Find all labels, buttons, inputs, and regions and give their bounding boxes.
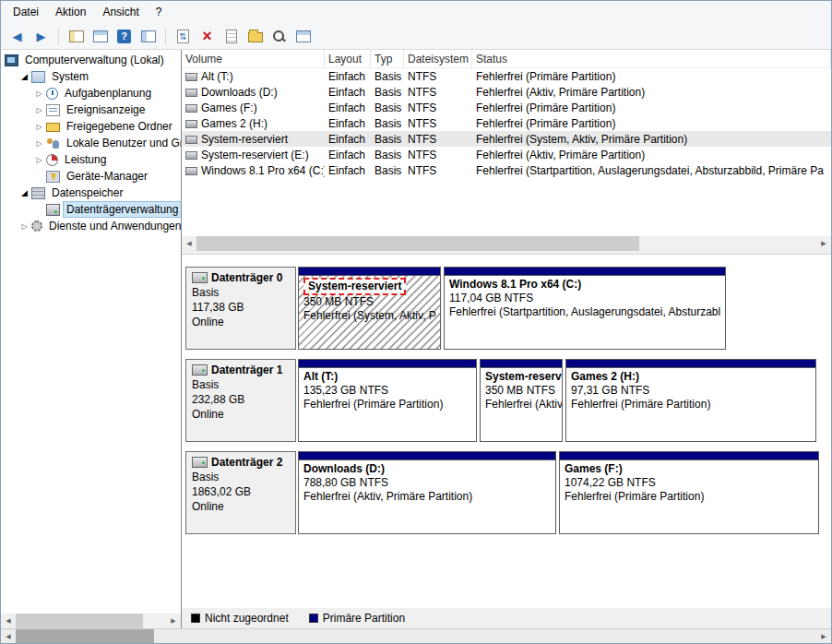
expander-collapsed-icon[interactable]: ▷ xyxy=(18,222,30,231)
sidebar-item-5[interactable]: ▷Lokale Benutzer und Gr xyxy=(1,135,181,151)
cell-typ: Basis xyxy=(371,164,404,177)
sidebar-item-label: Lokale Benutzer und Gr xyxy=(64,136,181,150)
settings-icon xyxy=(296,30,311,42)
volume-scroll-right-button[interactable] xyxy=(816,236,831,251)
rescan-button[interactable] xyxy=(172,26,195,47)
volume-list-panel: VolumeLayoutTypDateisystemStatus Alt (T:… xyxy=(182,50,831,236)
cell-layout: Einfach xyxy=(325,101,371,114)
volume-row-5[interactable]: System-reserviert (E:)EinfachBasisNTFSFe… xyxy=(182,147,831,162)
bottom-scroll-right-button[interactable] xyxy=(816,629,831,644)
sidebar-horizontal-scrollbar[interactable] xyxy=(1,614,181,628)
main-pane: VolumeLayoutTypDateisystemStatus Alt (T:… xyxy=(182,50,831,628)
sidebar-item-label: Freigegebene Ordner xyxy=(64,119,175,134)
partition-name: Games 2 (H:) xyxy=(571,370,811,384)
console-window-button[interactable] xyxy=(137,26,160,47)
disk-type: Basis xyxy=(192,285,290,300)
cell-dateisystem: NTFS xyxy=(404,133,472,146)
volume-row-4[interactable]: System-reserviertEinfachBasisNTFSFehlerf… xyxy=(182,131,831,147)
partition[interactable]: Windows 8.1 Pro x64 (C:)117,04 GB NTFSFe… xyxy=(444,267,726,350)
sidebar-scrollbar-track[interactable] xyxy=(143,614,166,628)
partition[interactable]: Downloads (D:)788,80 GB NTFSFehlerfrei (… xyxy=(298,451,556,534)
bottom-scrollbar-thumb[interactable] xyxy=(16,629,154,643)
bottom-scrollbar-track[interactable] xyxy=(154,629,816,643)
computer-management-window: DateiAktionAnsicht? Computerverwaltung (… xyxy=(0,0,832,644)
partition[interactable]: Games (F:)1074,22 GB NTFSFehlerfrei (Pri… xyxy=(559,451,819,534)
sidebar-item-0[interactable]: Computerverwaltung (Lokal) xyxy=(1,52,181,68)
column-header-0[interactable]: Volume xyxy=(182,50,325,67)
volume-row-3[interactable]: Games 2 (H:)EinfachBasisNTFSFehlerfrei (… xyxy=(182,115,831,131)
expander-collapsed-icon[interactable]: ▷ xyxy=(33,106,45,114)
sidebar-scroll-right-button[interactable] xyxy=(166,614,181,628)
partition[interactable]: System-reserviert350 MB NTFSFehlerfrei (… xyxy=(298,267,441,350)
partition-body: System-reserv350 MB NTFSFehlerfrei (Akti… xyxy=(481,367,562,441)
volume-row-1[interactable]: Downloads (D:)EinfachBasisNTFSFehlerfrei… xyxy=(182,84,831,100)
back-button[interactable] xyxy=(6,26,29,47)
sidebar-scroll-left-button[interactable] xyxy=(1,614,16,628)
properties-button[interactable] xyxy=(220,26,243,47)
column-header-4[interactable]: Status xyxy=(472,50,831,67)
sidebar-item-9[interactable]: Datenträgerverwaltung xyxy=(1,201,181,218)
sidebar-item-8[interactable]: ◢Datenspeicher xyxy=(1,185,181,201)
cell-volume: Games (F:) xyxy=(182,101,325,114)
delete-button[interactable] xyxy=(196,26,219,47)
disk-label[interactable]: Datenträger 2Basis1863,02 GBOnline xyxy=(185,451,296,534)
column-header-2[interactable]: Typ xyxy=(371,50,404,67)
cell-layout: Einfach xyxy=(325,117,371,130)
expander-collapsed-icon[interactable]: ▷ xyxy=(33,139,45,148)
bottom-scrollbar[interactable] xyxy=(1,628,831,643)
volume-name: Windows 8.1 Pro x64 (C:) xyxy=(201,164,325,177)
sidebar-item-10[interactable]: ▷Dienste und Anwendungen xyxy=(1,218,181,234)
expander-collapsed-icon[interactable]: ▷ xyxy=(33,123,45,131)
sidebar-item-6[interactable]: ▷Leistung xyxy=(1,151,181,168)
volume-scrollbar-track[interactable] xyxy=(639,236,816,251)
volume-scroll-left-button[interactable] xyxy=(182,236,196,251)
menu-item-datei[interactable]: Datei xyxy=(5,2,47,22)
volume-row-2[interactable]: Games (F:)EinfachBasisNTFSFehlerfrei (Pr… xyxy=(182,100,831,115)
partition[interactable]: System-reserv350 MB NTFSFehlerfrei (Akti… xyxy=(480,359,563,442)
properties-icon xyxy=(226,30,237,43)
partition[interactable]: Alt (T:)135,23 GB NTFSFehlerfrei (Primär… xyxy=(298,359,477,442)
toolbar xyxy=(1,23,831,50)
expander-expanded-icon[interactable]: ◢ xyxy=(18,188,30,197)
volume-name: Games (F:) xyxy=(201,101,257,114)
disk-label[interactable]: Datenträger 0Basis117,38 GBOnline xyxy=(185,267,296,350)
settings-button[interactable] xyxy=(291,26,315,47)
disk-label[interactable]: Datenträger 1Basis232,88 GBOnline xyxy=(185,359,296,442)
partitions: Downloads (D:)788,80 GB NTFSFehlerfrei (… xyxy=(298,451,822,534)
volume-scrollbar-thumb[interactable] xyxy=(196,236,639,251)
bottom-scroll-left-button[interactable] xyxy=(1,629,16,644)
menu-item-aktion[interactable]: Aktion xyxy=(47,2,94,22)
export-list-button[interactable] xyxy=(89,26,112,47)
partition[interactable]: Games 2 (H:)97,31 GB NTFSFehlerfrei (Pri… xyxy=(565,359,816,442)
toolbar-separator xyxy=(165,28,166,45)
volume-row-6[interactable]: Windows 8.1 Pro x64 (C:)EinfachBasisNTFS… xyxy=(182,162,831,178)
help-button[interactable] xyxy=(113,26,136,47)
volume-row-0[interactable]: Alt (T:)EinfachBasisNTFSFehlerfrei (Prim… xyxy=(182,68,831,84)
sidebar-item-4[interactable]: ▷Freigegebene Ordner xyxy=(1,118,181,135)
sidebar-item-7[interactable]: Geräte-Manager xyxy=(1,168,181,185)
sidebar-item-1[interactable]: ◢System xyxy=(1,68,181,85)
expander-collapsed-icon[interactable]: ▷ xyxy=(33,89,45,98)
disk-title: Datenträger 2 xyxy=(192,455,290,470)
sidebar-scrollbar-thumb[interactable] xyxy=(16,614,143,628)
forward-button[interactable] xyxy=(30,26,53,47)
cell-dateisystem: NTFS xyxy=(404,70,472,83)
legend-label: Primäre Partition xyxy=(323,612,405,625)
cell-dateisystem: NTFS xyxy=(404,149,472,161)
column-header-3[interactable]: Dateisystem xyxy=(404,50,472,67)
open-button[interactable] xyxy=(244,26,267,47)
search-button[interactable] xyxy=(267,26,291,47)
menu-item-ansicht[interactable]: Ansicht xyxy=(94,2,147,22)
sidebar-item-2[interactable]: ▷Aufgabenplanung xyxy=(1,85,181,101)
legend: Nicht zugeordnetPrimäre Partition xyxy=(182,608,831,628)
volume-list-horizontal-scrollbar[interactable] xyxy=(182,236,831,251)
sidebar-item-label: Datenspeicher xyxy=(49,185,125,200)
partition-status: Fehlerfrei (Aktiv, xyxy=(485,398,557,411)
expander-collapsed-icon[interactable]: ▷ xyxy=(33,156,45,164)
show-console-tree-button[interactable] xyxy=(65,26,88,47)
menu-item-help[interactable]: ? xyxy=(148,2,171,22)
sidebar-item-3[interactable]: ▷Ereignisanzeige xyxy=(1,101,181,118)
column-header-1[interactable]: Layout xyxy=(325,50,371,67)
help-icon xyxy=(117,30,131,43)
expander-expanded-icon[interactable]: ◢ xyxy=(18,72,30,81)
